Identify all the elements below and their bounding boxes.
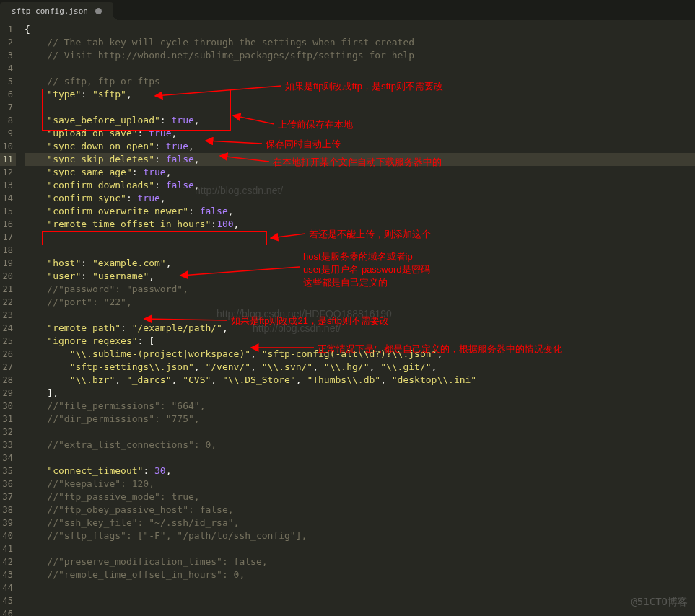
- line-number: 43: [0, 568, 16, 581]
- line-number: 6: [0, 88, 16, 101]
- line-number: 36: [0, 478, 16, 490]
- code-text: // Visit http://wbond.net/sublime_packag…: [47, 50, 414, 61]
- code-text: "sync_down_on_open": [47, 141, 154, 151]
- code-text: true: [143, 167, 165, 177]
- line-number: 10: [0, 140, 16, 153]
- dirty-indicator-icon: [95, 8, 102, 14]
- code-text: {: [25, 24, 30, 35]
- line-number: 14: [0, 192, 16, 205]
- code-text: : [: [138, 335, 154, 346]
- code-text: ],: [47, 387, 58, 398]
- code-text: "upload_on_save": [47, 128, 137, 138]
- line-number: 40: [0, 529, 16, 542]
- line-number: 13: [0, 179, 16, 192]
- line-number: 34: [0, 452, 16, 465]
- line-number: 18: [0, 244, 16, 257]
- code-text: "/example/path/": [132, 322, 222, 333]
- code-text: :: [188, 206, 200, 216]
- line-number: 28: [0, 374, 16, 387]
- code-text: :: [154, 141, 166, 151]
- line-number: 21: [0, 283, 16, 296]
- tab-filename: sftp-config.json: [12, 6, 88, 16]
- code-text: ,: [166, 258, 172, 268]
- line-number: 29: [0, 387, 16, 400]
- code-text: ,: [234, 219, 240, 229]
- code-text: :: [81, 89, 92, 100]
- code-text: ,: [194, 154, 200, 164]
- code-text: :: [81, 258, 92, 268]
- line-number: 4: [0, 62, 16, 75]
- line-number: 20: [0, 270, 16, 283]
- code-text: ,: [160, 193, 166, 203]
- code-text: false: [166, 154, 194, 164]
- file-tab[interactable]: sftp-config.json: [0, 2, 113, 20]
- code-text: "sync_same_age": [47, 167, 131, 177]
- code-text: ,: [166, 465, 172, 476]
- code-text: "\\.git/": [380, 361, 431, 372]
- code-text: ,: [188, 141, 194, 151]
- line-number: 2: [0, 36, 16, 49]
- code-text: "connect_timeout": [47, 465, 143, 476]
- code-area[interactable]: { // The tab key will cycle through the …: [16, 20, 695, 616]
- code-text: :: [143, 465, 154, 476]
- code-text: "Thumbs\\.db": [307, 374, 380, 385]
- code-text: "sftp": [92, 89, 126, 100]
- code-text: "user": [47, 270, 81, 281]
- code-text: "CVS": [183, 374, 211, 385]
- code-text: "/venv/": [205, 361, 250, 372]
- line-number: 16: [0, 218, 16, 231]
- line-number: 5: [0, 75, 16, 88]
- code-text: //"keepalive": 120,: [47, 478, 154, 489]
- code-text: "sftp-config(-alt\\d?)?\\.json": [262, 348, 437, 359]
- code-text: //"dir_permissions": "775",: [47, 413, 199, 424]
- line-number: 27: [0, 361, 16, 374]
- code-text: :: [121, 322, 132, 333]
- code-text: "confirm_overwrite_newer": [47, 206, 188, 216]
- code-text: 100: [217, 219, 233, 229]
- code-text: //"file_permissions": "664",: [47, 400, 205, 411]
- code-text: "example.com": [92, 258, 166, 268]
- line-number: 24: [0, 322, 16, 335]
- code-text: true: [172, 115, 194, 126]
- code-text: 30: [154, 465, 166, 476]
- line-number: 3: [0, 49, 16, 62]
- code-text: :: [81, 270, 92, 281]
- code-text: false: [200, 206, 228, 216]
- line-number: 30: [0, 400, 16, 413]
- watermark-corner: @51CTO博客: [631, 596, 688, 609]
- code-text: "\\.sublime-(project|workspace)": [70, 348, 250, 359]
- line-number: 12: [0, 166, 16, 179]
- code-text: true: [138, 193, 160, 203]
- code-text: "confirm_sync": [47, 193, 126, 203]
- code-text: ,: [194, 115, 200, 126]
- code-text: //"ftp_obey_passive_host": false,: [47, 504, 233, 515]
- code-text: //"sftp_flags": ["-F", "/path/to/ssh_con…: [47, 530, 307, 541]
- code-text: :: [132, 167, 144, 177]
- line-number: 41: [0, 542, 16, 555]
- code-text: :: [160, 115, 172, 126]
- code-text: "\\.bzr": [70, 374, 115, 385]
- code-text: "sync_skip_deletes": [47, 154, 154, 164]
- line-number: 9: [0, 127, 16, 140]
- line-number: 39: [0, 516, 16, 529]
- code-text: "desktop\\.ini": [392, 374, 476, 385]
- code-text: //"ssh_key_file": "~/.ssh/id_rsa",: [47, 517, 239, 528]
- code-text: ,: [166, 167, 172, 177]
- line-gutter[interactable]: 1 2 3 4 5 6 7 8 9 10 11 12 13 14 15 16 1…: [0, 20, 16, 616]
- code-text: ,: [172, 128, 178, 138]
- code-text: :: [154, 154, 166, 164]
- code-text: "sftp-settings\\.json": [70, 361, 194, 372]
- line-number: 31: [0, 413, 16, 426]
- line-number: 37: [0, 490, 16, 503]
- line-number: 11: [0, 153, 16, 166]
- line-number: 19: [0, 257, 16, 270]
- code-text: //"extra_list_connections": 0,: [47, 439, 217, 450]
- code-text: "remote_time_offset_in_hours": [47, 219, 211, 229]
- code-text: "username": [92, 270, 149, 281]
- line-number: 1: [0, 23, 16, 36]
- code-text: "ignore_regexes": [47, 335, 137, 346]
- line-number: 38: [0, 503, 16, 516]
- code-text: // The tab key will cycle through the se…: [47, 37, 414, 48]
- line-number: 25: [0, 335, 16, 348]
- code-text: ,: [149, 270, 154, 281]
